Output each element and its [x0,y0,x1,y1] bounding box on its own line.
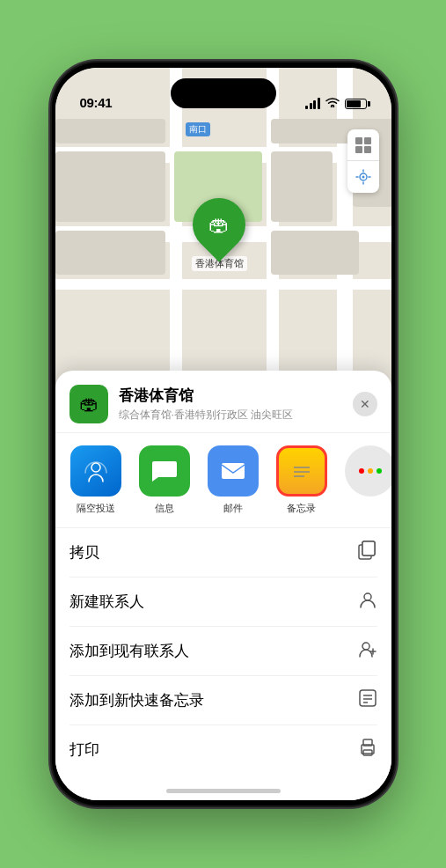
location-button[interactable] [347,161,379,193]
wifi-icon [325,97,340,110]
share-item-mail[interactable]: 邮件 [203,445,263,515]
venue-icon: 🏟 [69,385,108,423]
airdrop-icon [70,445,121,497]
add-contact-icon [358,639,377,663]
phone-frame: 09:41 [52,63,395,805]
svg-rect-0 [355,137,362,144]
bottom-sheet: 🏟 香港体育馆 综合体育馆·香港特别行政区 油尖旺区 ✕ [55,371,391,800]
signal-bar-2 [310,103,312,109]
action-copy-label: 拷贝 [69,542,99,563]
venue-name: 香港体育馆 [119,386,342,406]
action-quick-note-label: 添加到新快速备忘录 [69,690,204,710]
map-block [271,151,333,222]
action-new-contact-label: 新建联系人 [69,592,144,612]
map-view-toggle[interactable] [347,129,379,161]
signal-bars [305,98,320,109]
action-list: 拷贝 新建联系人 [55,528,391,774]
messages-label: 信息 [155,502,174,515]
svg-point-6 [91,463,100,472]
signal-bar-4 [318,98,320,109]
map-block [55,231,165,275]
action-quick-note[interactable]: 添加到新快速备忘录 [69,676,377,725]
action-print[interactable]: 打印 [69,725,377,774]
svg-point-13 [377,468,382,474]
svg-rect-25 [363,750,372,755]
map-label-nankou: 南口 [186,122,210,136]
action-add-contact-label: 添加到现有联系人 [69,641,189,661]
action-copy[interactable]: 拷贝 [69,528,377,577]
quick-note-icon [358,688,377,712]
share-item-messages[interactable]: 信息 [135,445,194,515]
phone-screen: 09:41 [55,68,391,800]
svg-rect-1 [364,137,371,144]
svg-rect-2 [355,146,362,153]
pin-circle: 🏟 [182,188,257,262]
svg-point-12 [368,468,373,474]
copy-icon [358,541,377,564]
action-add-to-contact[interactable]: 添加到现有联系人 [69,627,377,676]
share-item-airdrop[interactable]: 隔空投送 [66,445,126,515]
share-row: 隔空投送 信息 [55,433,391,528]
venue-subtitle: 综合体育馆·香港特别行政区 油尖旺区 [119,408,342,423]
print-icon [358,738,377,761]
new-contact-icon [358,590,377,614]
battery-fill [347,100,362,107]
svg-point-17 [364,593,371,600]
mail-label: 邮件 [223,502,243,515]
more-dots-icon [345,445,391,497]
status-icons [305,97,367,110]
stadium-pin[interactable]: 🏟 香港体育馆 [192,198,247,271]
action-new-contact[interactable]: 新建联系人 [69,577,377,627]
map-block [271,231,359,275]
map-block [55,151,165,222]
action-print-label: 打印 [69,739,99,760]
home-indicator [166,789,281,793]
sheet-header: 🏟 香港体育馆 综合体育馆·香港特别行政区 油尖旺区 ✕ [55,371,391,433]
messages-icon [139,445,190,497]
pin-icon: 🏟 [208,212,230,237]
svg-rect-16 [362,541,375,555]
svg-point-18 [362,643,369,650]
battery-icon [345,99,367,109]
svg-point-5 [362,176,364,179]
share-item-more[interactable] [340,445,391,515]
svg-rect-19 [360,690,376,706]
dynamic-island [171,78,276,108]
signal-bar-3 [313,100,316,109]
svg-rect-7 [222,463,245,479]
close-button[interactable]: ✕ [353,392,377,416]
svg-rect-3 [364,146,371,153]
svg-point-11 [359,468,364,474]
mail-icon [208,445,259,497]
share-item-notes[interactable]: 备忘录 [272,445,332,515]
signal-bar-1 [305,106,308,109]
map-block [55,119,165,143]
notes-label: 备忘录 [287,502,316,515]
airdrop-label: 隔空投送 [77,502,115,515]
map-controls[interactable] [347,129,379,193]
status-time: 09:41 [80,95,113,110]
venue-info: 香港体育馆 综合体育馆·香港特别行政区 油尖旺区 [119,386,342,423]
notes-icon [276,445,327,497]
